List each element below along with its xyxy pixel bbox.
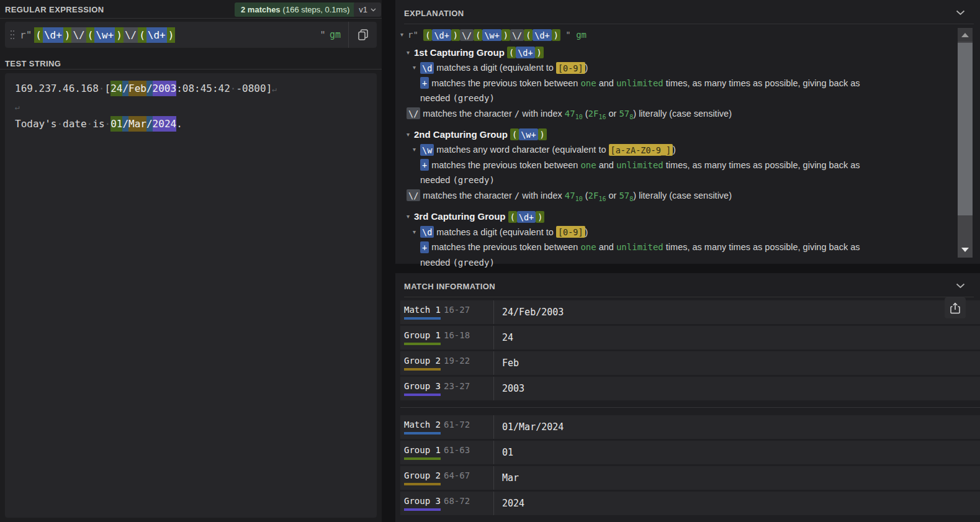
explanation-text: ( — [583, 109, 588, 119]
test-text: Today's — [15, 118, 56, 130]
explanation-panel: EXPLANATION ▾r" (\d+)\/(\w+)\/(\d+) " gm… — [395, 0, 980, 264]
tree-collapse-arrow[interactable]: ▾ — [400, 27, 408, 43]
explanation-scrollbar[interactable] — [958, 28, 973, 258]
test-text: 169.237.46.168 — [15, 83, 99, 94]
scroll-down-button[interactable] — [958, 244, 973, 255]
explanation-text: 2nd Capturing Group — [414, 129, 510, 140]
test-text: :08:45:42 — [176, 83, 230, 94]
regex-version-select[interactable]: v1 — [354, 2, 381, 17]
regex-token: \d+ — [43, 27, 63, 43]
match-row-label: Group 2 — [404, 471, 441, 485]
tree-collapse-arrow[interactable]: ▾ — [413, 225, 420, 240]
scrollbar-thumb[interactable] — [958, 43, 973, 215]
explanation-text: 1st Capturing Group — [414, 47, 507, 58]
regex-token: \d — [420, 62, 434, 74]
regex-token: ) — [538, 128, 547, 140]
match-row-label: Group 1 — [404, 331, 441, 345]
match-row-header: Group 219-22 — [400, 356, 493, 371]
match-highlight: 2024 — [153, 116, 177, 132]
explanation-text: matches the previous token between — [429, 78, 580, 88]
test-string-line: ↵ — [15, 98, 372, 116]
match-row[interactable]: Group 219-22Feb — [400, 351, 980, 375]
match-row[interactable]: Group 264-67Mar — [400, 466, 980, 490]
regex-token: ( — [507, 47, 516, 58]
index-value: 578 — [619, 191, 633, 200]
explanation-line: needed (greedy) — [395, 173, 937, 188]
regex-panel-title: REGULAR EXPRESSION — [5, 5, 104, 14]
regex-token: ) — [167, 27, 176, 43]
match-row[interactable]: Match 261-7201/Mar/2024 — [400, 415, 980, 439]
explanation-text: needed — [420, 175, 452, 185]
explanation-line: ▾\d matches a digit (equivalent to [0-9]… — [395, 60, 937, 76]
regex-token: + — [420, 241, 429, 253]
explanation-text: ) — [585, 227, 588, 237]
regex-token: \d+ — [533, 29, 551, 41]
explanation-text: / — [515, 109, 519, 119]
explanation-text: matches a digit (equivalent to — [434, 63, 556, 73]
explanation-text: ) — [673, 145, 676, 155]
chevron-down-icon — [371, 8, 376, 12]
explanation-text: times, as many times as possible, giving… — [663, 160, 860, 170]
match-steps: (166 steps, 0.1ms) — [283, 5, 350, 14]
explanation-text: / — [515, 191, 519, 200]
share-up-icon — [950, 302, 960, 314]
explanation-text: (greedy) — [452, 175, 494, 185]
explanation-line: ▾\d matches a digit (equivalent to [0-9]… — [395, 225, 937, 240]
scroll-up-button[interactable] — [958, 28, 973, 42]
regex-token: ( — [423, 29, 432, 41]
regex-token: \d+ — [432, 29, 451, 41]
collapse-explanation-button[interactable] — [956, 10, 965, 16]
match-row-value: 01 — [493, 441, 980, 464]
explanation-text: needed — [420, 93, 452, 103]
tree-collapse-arrow[interactable]: ▾ — [407, 127, 414, 143]
regex-flags[interactable]: gm — [330, 29, 341, 40]
explanation-text: or — [606, 191, 619, 200]
space-dot: · — [56, 118, 63, 130]
match-row-range: 61-63 — [444, 445, 470, 455]
index-value: 2F16 — [588, 191, 606, 200]
regex-token: ( — [510, 128, 519, 140]
explanation-text: 3rd Capturing Group — [414, 211, 508, 222]
regex-token: \/ — [407, 189, 420, 201]
match-row-header: Group 323-27 — [400, 381, 493, 396]
copy-regex-button[interactable] — [348, 22, 377, 48]
match-highlight: / — [146, 81, 153, 96]
tree-collapse-arrow[interactable]: ▾ — [413, 60, 420, 76]
match-row-value: 24 — [493, 326, 980, 349]
collapse-match-information-button[interactable] — [956, 283, 965, 289]
tree-collapse-arrow[interactable]: ▾ — [407, 45, 414, 61]
match-row[interactable]: Group 323-272003 — [400, 377, 980, 400]
match-row[interactable]: Group 368-722024 — [400, 492, 980, 515]
match-row-range: 19-22 — [444, 356, 470, 366]
tree-collapse-arrow[interactable]: ▾ — [413, 142, 420, 158]
test-text: -0800] — [236, 83, 272, 94]
triangle-down-icon — [961, 248, 969, 252]
tree-collapse-arrow[interactable]: ▾ — [407, 209, 414, 225]
match-row[interactable]: Group 116-1824 — [400, 326, 980, 349]
regex-token: \w+ — [94, 27, 115, 43]
test-text: date — [63, 118, 87, 130]
regex-suffix-area: " gm — [320, 29, 348, 41]
regex-token: ) — [552, 29, 560, 41]
match-row[interactable]: Group 161-6301 — [400, 441, 980, 464]
match-row[interactable]: Match 116-2724/Feb/2003 — [400, 300, 980, 324]
regex-pattern[interactable]: (\d+)\/(\w+)\/(\d+) — [34, 29, 175, 41]
space-dot: · — [87, 118, 93, 130]
regex-token: ) — [501, 29, 510, 41]
match-row-range: 61-72 — [444, 420, 470, 430]
chevron-down-icon — [956, 283, 965, 289]
regex-token: ( — [474, 29, 482, 41]
match-table: Match 116-2724/Feb/2003Group 116-1824Gro… — [400, 300, 980, 517]
regex-token: [0-9] — [556, 226, 585, 238]
export-matches-button[interactable] — [945, 297, 966, 318]
drag-handle-icon[interactable] — [5, 30, 20, 40]
regex-input[interactable]: r" (\d+)\/(\w+)\/(\d+) " gm — [5, 22, 377, 48]
match-count-badge[interactable]: 2 matches(166 steps, 0.1ms) — [235, 2, 356, 17]
match-information-panel: MATCH INFORMATION Match 116-2724/Feb/200… — [395, 273, 980, 522]
regex-token: \/ — [510, 29, 524, 41]
match-information-title: MATCH INFORMATION — [404, 282, 495, 291]
test-text: is — [92, 118, 104, 130]
explanation-text: ( — [583, 191, 588, 200]
test-string-editor[interactable]: 169.237.46.168·[24/Feb/2003:08:45:42·-08… — [5, 73, 377, 518]
explanation-line: ▾2nd Capturing Group (\w+) — [395, 127, 937, 143]
